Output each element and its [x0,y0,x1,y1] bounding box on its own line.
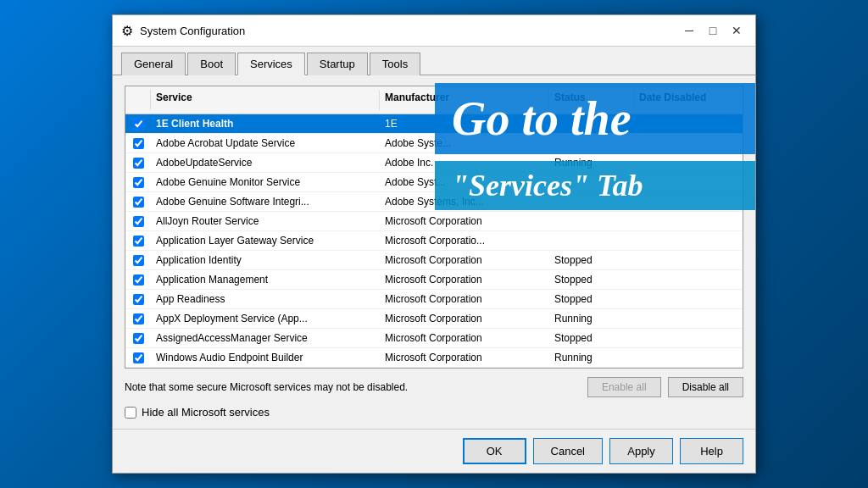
service-name: Windows Audio Endpoint Builder [151,350,380,365]
row-check[interactable] [125,195,151,209]
service-checkbox[interactable] [133,274,144,286]
service-status: Running [549,311,634,326]
service-date [634,239,743,242]
service-manufacturer: Microsoft Corporation [380,272,549,287]
table-row[interactable]: Application Layer Gateway Service Micros… [125,231,743,251]
row-check[interactable] [125,273,151,287]
table-body: 1E Client Health 1E Adobe Acrobat Update… [125,114,743,368]
help-button[interactable]: Help [680,438,743,464]
row-check[interactable] [125,175,151,190]
service-manufacturer: Microsoft Corporation [380,291,549,307]
table-row[interactable]: Adobe Genuine Software Integri... Adobe … [125,192,743,212]
services-table: Service Manufacturer Status Date Disable… [125,86,743,369]
service-checkbox[interactable] [133,255,144,266]
table-row[interactable]: App Readiness Microsoft Corporation Stop… [125,290,743,309]
service-checkbox[interactable] [133,236,144,247]
service-manufacturer: Microsoft Corporation [380,252,549,268]
service-date [634,200,743,203]
row-check[interactable] [125,253,151,268]
tab-startup[interactable]: Startup [307,53,368,75]
table-row[interactable]: Windows Audio Endpoint Builder Microsoft… [125,348,743,368]
service-date [634,258,743,262]
table-row[interactable]: AppX Deployment Service (App... Microsof… [125,309,743,329]
service-date [634,356,743,359]
service-status: Running [549,155,634,170]
service-date [634,161,743,164]
service-checkbox[interactable] [133,119,144,130]
row-check[interactable] [125,117,151,131]
service-date [634,336,743,340]
row-check[interactable] [125,292,151,307]
service-date [634,180,743,184]
minimize-button[interactable]: ─ [679,22,699,39]
service-checkbox[interactable] [133,138,144,149]
row-check[interactable] [125,331,151,346]
service-checkbox[interactable] [133,352,144,363]
table-row[interactable]: AdobeUpdateService Adobe Inc. Running [125,153,743,173]
table-row[interactable]: AllJoyn Router Service Microsoft Corpora… [125,212,743,231]
tab-boot[interactable]: Boot [187,53,236,75]
system-configuration-dialog: ⚙ System Configuration ─ □ ✕ General Boo… [112,14,756,474]
col-date: Date Disabled [634,90,743,110]
apply-button[interactable]: Apply [609,438,673,464]
cancel-button[interactable]: Cancel [533,438,603,464]
hide-microsoft-checkbox[interactable] [125,407,136,419]
hide-microsoft-row: Hide all Microsoft services [125,406,743,419]
service-date [634,317,743,320]
service-status: Stopped [549,252,634,268]
table-row[interactable]: AssignedAccessManager Service Microsoft … [125,329,743,348]
disable-all-button[interactable]: Disable all [668,377,743,397]
service-manufacturer: Adobe Syste... [380,136,549,151]
ok-button[interactable]: OK [463,438,526,464]
tab-tools[interactable]: Tools [370,53,420,75]
service-name: Adobe Genuine Monitor Service [151,175,380,190]
table-row[interactable]: Adobe Genuine Monitor Service Adobe Syst… [125,173,743,192]
table-row[interactable]: Application Management Microsoft Corpora… [125,270,743,290]
row-check[interactable] [125,351,151,365]
table-row[interactable]: Adobe Acrobat Update Service Adobe Syste… [125,134,743,153]
col-service: Service [151,90,380,110]
service-manufacturer: Microsoft Corporation [380,330,549,346]
service-date [634,219,743,223]
tab-general[interactable]: General [121,53,186,75]
service-status: Stopped [549,330,634,346]
row-check[interactable] [125,312,151,326]
service-date [634,297,743,301]
service-manufacturer: Microsoft Corporation [380,311,549,326]
hide-microsoft-label: Hide all Microsoft services [142,406,270,419]
service-name: Application Identity [151,252,380,268]
service-status [549,219,634,223]
service-checkbox[interactable] [133,197,144,208]
service-name: 1E Client Health [151,116,380,131]
service-checkbox[interactable] [133,158,144,169]
service-name: AllJoyn Router Service [151,214,380,229]
table-row[interactable]: 1E Client Health 1E [125,114,743,134]
row-check[interactable] [125,136,151,151]
col-status: Status [549,90,634,110]
service-checkbox[interactable] [133,216,144,227]
service-checkbox[interactable] [133,177,144,188]
service-manufacturer: Adobe Systems, Inc... [380,194,549,209]
service-checkbox[interactable] [133,313,144,324]
service-status: Stopped [549,291,634,307]
content-area: Service Manufacturer Status Date Disable… [113,75,755,429]
row-check[interactable] [125,234,151,248]
enable-all-button[interactable]: Enable all [587,377,661,397]
service-manufacturer: Adobe Syst... [380,175,549,190]
row-check[interactable] [125,156,151,170]
service-manufacturer: Microsoft Corporatio... [380,233,549,248]
service-checkbox[interactable] [133,294,144,305]
maximize-button[interactable]: □ [703,22,723,39]
col-manufacturer: Manufacturer [380,90,549,110]
table-row[interactable]: Application Identity Microsoft Corporati… [125,251,743,270]
service-name: Adobe Genuine Software Integri... [151,194,380,209]
note-row: Note that some secure Microsoft services… [125,377,743,397]
tab-services[interactable]: Services [237,53,305,75]
dialog-footer: OK Cancel Apply Help [113,429,755,473]
close-button[interactable]: ✕ [726,22,747,39]
window-icon: ⚙ [121,23,133,39]
service-status [549,180,634,184]
service-name: AdobeUpdateService [151,155,380,170]
service-checkbox[interactable] [133,333,144,344]
row-check[interactable] [125,214,151,229]
